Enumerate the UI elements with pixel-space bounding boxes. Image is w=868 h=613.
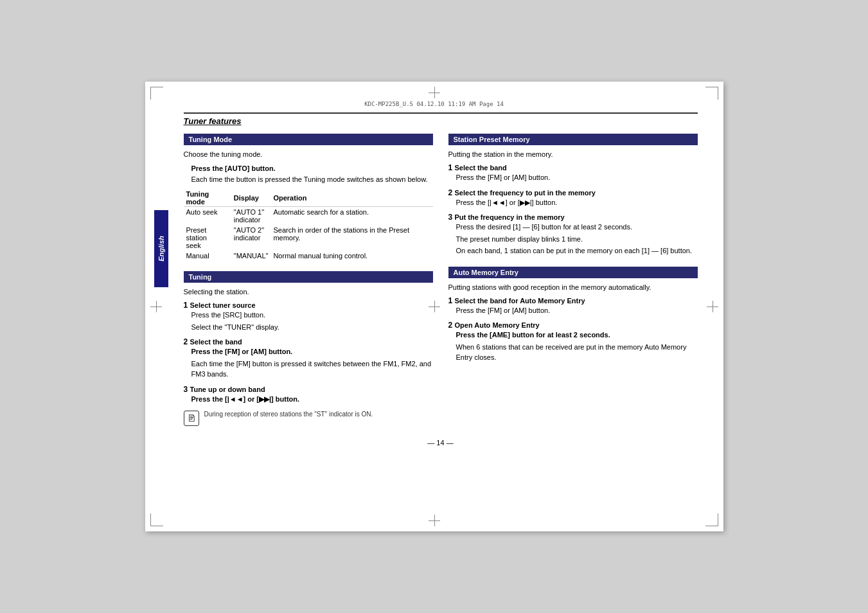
preset-step-2-number: 2 [448,188,455,197]
tuning-step-3: 3 Tune up or down band Press the [|◄◄] o… [184,385,433,405]
table-row: Preset stationseek "AUTO 2"indicator Sea… [184,225,433,251]
preset-step-1-number: 1 [448,163,455,172]
table-cell-op-1: Automatic search for a station. [270,207,432,226]
note-icon-symbol: 🖹 [187,413,196,423]
auto-memory-header: Auto Memory Entry [448,267,698,278]
table-row: Auto seek "AUTO 1"indicator Automatic se… [184,207,433,226]
station-preset-steps: 1 Select the band Press the [FM] or [AM]… [448,163,698,256]
tuning-mode-step1-bold: Press the [AUTO] button. [191,164,276,172]
corner-mark-br [705,513,718,526]
tuning-step-3-number: 3 [184,385,190,394]
station-preset-intro: Putting the station in the memory. [448,150,698,158]
auto-step-2-body: Press the [AME] button for at least 2 se… [456,330,698,363]
tuning-mode-step1: Press the [AUTO] button. Each time the b… [184,163,433,184]
main-content: Tuner features Tuning Mode Choose the tu… [184,112,698,447]
crosshair-left [150,301,162,312]
auto-step-2-number: 2 [448,321,455,330]
auto-step-2: 2 Open Auto Memory Entry Press the [AME]… [448,321,698,363]
tuning-mode-table: Tuning mode Display Operation Auto seek … [184,190,433,261]
tuning-steps: 1 Select tuner source Press the [SRC] bu… [184,301,433,404]
table-header-operation: Operation [270,190,432,207]
tuning-step-1-line-1: Press the [SRC] button. [191,310,433,321]
station-preset-section: Station Preset Memory Putting the statio… [448,134,698,256]
auto-memory-intro: Putting stations with good reception in … [448,283,698,291]
two-col-layout: Tuning Mode Choose the tuning mode. Pres… [184,134,698,426]
preset-step-3: 3 Put the frequency in the memory Press … [448,213,698,256]
auto-step-2-line-2: When 6 stations that can be received are… [456,342,698,363]
print-info: KDC-MP225B_U.S 04.12.10 11:19 AM Page 14 [171,101,698,107]
col-right: Station Preset Memory Putting the statio… [448,134,698,426]
preset-step-2: 2 Select the frequency to put in the mem… [448,188,698,208]
note-box: 🖹 During reception of stereo stations th… [184,411,433,426]
tuning-step-2-line-1: Press the [FM] or [AM] button. [191,346,433,357]
tuning-step-2-title: Select the band [190,338,242,346]
tuning-mode-header: Tuning Mode [184,134,433,145]
crosshair-top [429,87,440,98]
preset-step-3-line-1: Press the desired [1] — [6] button for a… [456,222,698,233]
table-cell-display-1: "AUTO 1"indicator [231,207,271,226]
tuning-step-3-line-1: Press the [|◄◄] or [▶▶|] button. [191,394,433,405]
table-header-display: Display [231,190,271,207]
tuning-step-2-number: 2 [184,337,190,346]
auto-step-2-line-1: Press the [AME] button for at least 2 se… [456,330,698,341]
preset-step-3-body: Press the desired [1] — [6] button for a… [456,222,698,256]
preset-step-2-title: Select the frequency to put in the memor… [455,189,596,197]
side-label-container: English [154,210,168,287]
preset-step-3-number: 3 [448,213,455,222]
crosshair-right [707,301,718,312]
page-number: — 14 — [184,439,698,447]
note-text: During reception of stereo stations the … [204,411,373,418]
auto-memory-steps: 1 Select the band for Auto Memory Entry … [448,296,698,363]
table-row: Manual "MANUAL" Normal manual tuning con… [184,251,433,261]
table-header-mode: Tuning mode [184,190,231,207]
preset-step-3-line-2: The preset number display blinks 1 time. [456,234,698,245]
crosshair-center [429,301,440,312]
table-cell-mode-3: Manual [184,251,231,261]
table-cell-op-2: Search in order of the stations in the P… [270,225,432,251]
tuning-step-3-body: Press the [|◄◄] or [▶▶|] button. [191,394,433,405]
tuning-intro: Selecting the station. [184,288,433,296]
preset-step-1-title: Select the band [455,164,507,172]
auto-step-1-line-1: Press the [FM] or [AM] button. [456,305,698,316]
tuning-step-2: 2 Select the band Press the [FM] or [AM]… [184,337,433,380]
tuning-mode-section: Tuning Mode Choose the tuning mode. Pres… [184,134,433,261]
corner-mark-tr [705,87,718,100]
preset-step-1-line-1: Press the [FM] or [AM] button. [456,172,698,183]
tuning-step-3-title: Tune up or down band [190,386,265,393]
tuning-step-2-body: Press the [FM] or [AM] button. Each time… [191,346,433,380]
tuning-header: Tuning [184,271,433,283]
preset-step-1-body: Press the [FM] or [AM] button. [456,172,698,183]
title-divider [184,112,698,114]
corner-mark-bl [150,513,163,526]
station-preset-header: Station Preset Memory [448,134,698,145]
tuning-step-1-body: Press the [SRC] button. Select the "TUNE… [191,310,433,332]
table-cell-mode-2: Preset stationseek [184,225,231,251]
auto-memory-section: Auto Memory Entry Putting stations with … [448,267,698,363]
tuning-step-2-line-2: Each time the [FM] button is pressed it … [191,359,433,380]
preset-step-2-line-1: Press the [|◄◄] or [▶▶|] button. [456,197,698,208]
tuning-section: Tuning Selecting the station. 1 Select t… [184,271,433,426]
page-container: English KDC-MP225B_U.S 04.12.10 11:19 AM… [145,82,723,531]
tuning-step-1-title: Select tuner source [190,301,256,309]
tuning-step-1: 1 Select tuner source Press the [SRC] bu… [184,301,433,332]
tuning-mode-step1-title: Press the [AUTO] button. [191,163,433,174]
tuning-mode-intro: Choose the tuning mode. [184,150,433,158]
tuning-step-1-line-2: Select the "TUNER" display. [191,322,433,333]
auto-step-1-number: 1 [448,296,455,305]
page-title: Tuner features [184,116,698,126]
auto-step-1-title: Select the band for Auto Memory Entry [455,297,585,305]
preset-step-1: 1 Select the band Press the [FM] or [AM]… [448,163,698,183]
auto-step-1-body: Press the [FM] or [AM] button. [456,305,698,316]
note-icon: 🖹 [184,411,199,426]
preset-step-2-body: Press the [|◄◄] or [▶▶|] button. [456,197,698,208]
crosshair-bottom [429,515,440,526]
corner-mark-tl [150,87,163,100]
auto-step-2-title: Open Auto Memory Entry [455,321,540,329]
table-cell-display-3: "MANUAL" [231,251,271,261]
table-cell-op-3: Normal manual tuning control. [270,251,432,261]
table-cell-mode-1: Auto seek [184,207,231,226]
side-label: English [157,236,165,262]
table-cell-display-2: "AUTO 2"indicator [231,225,271,251]
auto-step-1: 1 Select the band for Auto Memory Entry … [448,296,698,316]
preset-step-3-line-3: On each band, 1 station can be put in th… [456,245,698,256]
